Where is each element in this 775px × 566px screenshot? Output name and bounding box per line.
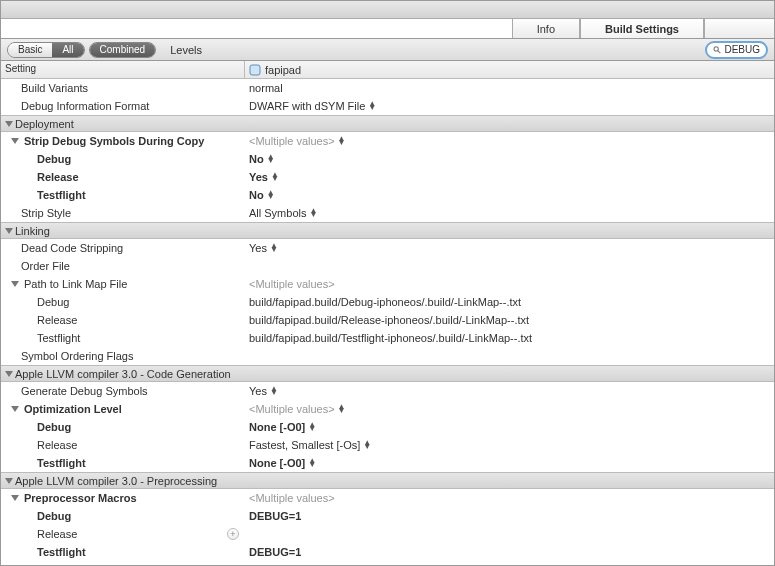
disclosure-icon: [5, 228, 13, 234]
scope-basic[interactable]: Basic: [8, 43, 52, 57]
popup-icon[interactable]: ▲▼: [363, 441, 371, 449]
view-filter[interactable]: Combined: [89, 42, 157, 58]
view-combined[interactable]: Combined: [90, 43, 156, 57]
setting-row[interactable]: Build Variantsnormal: [1, 79, 774, 97]
setting-row[interactable]: Optimization Level<Multiple values>▲▼: [1, 400, 774, 418]
filter-toolbar: Basic All Combined Levels DEBUG: [1, 39, 774, 61]
tab-empty[interactable]: [704, 19, 774, 38]
column-setting[interactable]: Setting: [1, 61, 245, 78]
view-levels[interactable]: Levels: [170, 44, 202, 56]
setting-row[interactable]: Releasebuild/fapipad.build/Release-iphon…: [1, 311, 774, 329]
setting-row[interactable]: Release+: [1, 525, 774, 543]
setting-row[interactable]: Debug Information FormatDWARF with dSYM …: [1, 97, 774, 115]
setting-row[interactable]: ReleaseYes▲▼: [1, 168, 774, 186]
disclosure-icon: [5, 371, 13, 377]
popup-icon[interactable]: ▲▼: [267, 191, 275, 199]
section-codegen[interactable]: Apple LLVM compiler 3.0 - Code Generatio…: [1, 365, 774, 382]
setting-row[interactable]: DebugDEBUG=1: [1, 507, 774, 525]
tab-info[interactable]: Info: [512, 19, 580, 38]
scope-all[interactable]: All: [52, 43, 83, 57]
setting-row[interactable]: ReleaseFastest, Smallest [-Os]▲▼: [1, 436, 774, 454]
popup-icon[interactable]: ▲▼: [309, 209, 317, 217]
setting-row[interactable]: TestflightDEBUG=1: [1, 543, 774, 561]
setting-row[interactable]: Debugbuild/fapipad.build/Debug-iphoneos/…: [1, 293, 774, 311]
svg-point-0: [714, 46, 718, 50]
setting-row[interactable]: Path to Link Map File<Multiple values>: [1, 275, 774, 293]
popup-icon[interactable]: ▲▼: [308, 459, 316, 467]
disclosure-icon[interactable]: [11, 495, 19, 501]
tab-build-settings[interactable]: Build Settings: [580, 19, 704, 38]
popup-icon[interactable]: ▲▼: [271, 173, 279, 181]
setting-row[interactable]: Testflightbuild/fapipad.build/Testflight…: [1, 329, 774, 347]
svg-line-1: [718, 50, 721, 53]
setting-row[interactable]: Dead Code StrippingYes▲▼: [1, 239, 774, 257]
column-target[interactable]: fapipad: [245, 61, 774, 78]
section-linking[interactable]: Linking: [1, 222, 774, 239]
disclosure-icon[interactable]: [11, 281, 19, 287]
setting-row[interactable]: TestflightNone [-O0]▲▼: [1, 454, 774, 472]
popup-icon[interactable]: ▲▼: [338, 137, 346, 145]
popup-icon[interactable]: ▲▼: [270, 244, 278, 252]
settings-table: Build Variantsnormal Debug Information F…: [1, 79, 774, 565]
search-text: DEBUG: [724, 44, 760, 55]
setting-row[interactable]: Symbol Ordering Flags: [1, 347, 774, 365]
setting-row[interactable]: DebugNo▲▼: [1, 150, 774, 168]
disclosure-icon[interactable]: [11, 406, 19, 412]
popup-icon[interactable]: ▲▼: [338, 405, 346, 413]
search-field[interactable]: DEBUG: [705, 41, 768, 59]
svg-rect-2: [250, 65, 260, 75]
setting-row[interactable]: Strip Debug Symbols During Copy<Multiple…: [1, 132, 774, 150]
popup-icon[interactable]: ▲▼: [267, 155, 275, 163]
popup-icon[interactable]: ▲▼: [368, 102, 376, 110]
disclosure-icon: [5, 121, 13, 127]
disclosure-icon[interactable]: [11, 138, 19, 144]
window-titlebar: [1, 1, 774, 19]
column-header: Setting fapipad: [1, 61, 774, 79]
main-tabs: Info Build Settings: [1, 19, 774, 39]
app-icon: [249, 64, 261, 76]
search-icon: [713, 45, 721, 55]
setting-row[interactable]: TestflightNo▲▼: [1, 186, 774, 204]
scope-filter[interactable]: Basic All: [7, 42, 85, 58]
setting-row[interactable]: Generate Debug SymbolsYes▲▼: [1, 382, 774, 400]
section-preproc[interactable]: Apple LLVM compiler 3.0 - Preprocessing: [1, 472, 774, 489]
disclosure-icon: [5, 478, 13, 484]
popup-icon[interactable]: ▲▼: [308, 423, 316, 431]
setting-row[interactable]: Order File: [1, 257, 774, 275]
setting-row[interactable]: Strip StyleAll Symbols▲▼: [1, 204, 774, 222]
setting-row[interactable]: Preprocessor Macros<Multiple values>: [1, 489, 774, 507]
popup-icon[interactable]: ▲▼: [270, 387, 278, 395]
section-deployment[interactable]: Deployment: [1, 115, 774, 132]
setting-row[interactable]: DebugNone [-O0]▲▼: [1, 418, 774, 436]
add-icon[interactable]: +: [227, 528, 239, 540]
